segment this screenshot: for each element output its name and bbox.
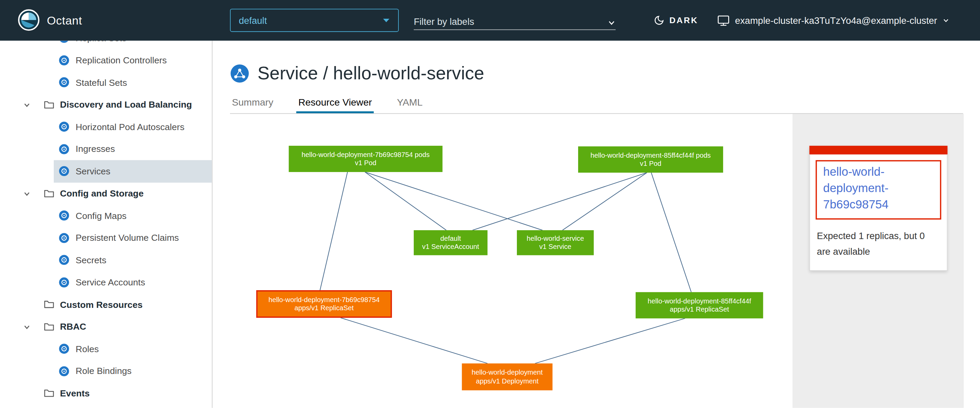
app-title: Octant xyxy=(47,0,82,40)
selected-node-outline: hello-world-deployment-7b69c98754 xyxy=(816,160,941,219)
chevron-down-icon xyxy=(943,17,950,24)
namespace-value: default xyxy=(239,15,382,26)
k8s-resource-icon xyxy=(59,366,69,376)
folder-icon xyxy=(44,300,54,309)
k8s-resource-icon xyxy=(59,55,69,65)
k8s-resource-icon xyxy=(59,166,69,177)
folder-icon xyxy=(44,389,54,398)
theme-toggle[interactable]: DARK xyxy=(654,0,698,40)
octant-logo-icon xyxy=(18,9,40,31)
service-resource-icon xyxy=(230,63,250,83)
sidebar-item-config-maps[interactable]: Config Maps xyxy=(0,205,212,227)
graph-node-label: v1 Pod xyxy=(355,159,376,167)
graph-edge xyxy=(340,318,488,363)
replica-status-message: Expected 1 replicas, but 0 are available xyxy=(816,228,941,259)
cluster-icon xyxy=(718,14,730,26)
folder-icon xyxy=(44,100,54,109)
sidebar-item-events[interactable]: Events xyxy=(0,382,212,404)
graph-node-label: v1 Pod xyxy=(640,159,662,168)
graph-node-replicaset-7b69c98754[interactable]: hello-world-deployment-7b69c98754apps/v1… xyxy=(256,290,392,318)
context-label: example-cluster-ka3TuTzYo4a@example-clus… xyxy=(735,15,937,26)
graph-node-label: hello-world-deployment-85ff4cf44f pods xyxy=(590,151,711,160)
graph-edge xyxy=(651,173,692,292)
sidebar-item-discovery-and-load-balancing[interactable]: Discovery and Load Balancing xyxy=(0,94,212,116)
graph-node-label: hello-world-service xyxy=(527,234,584,243)
chevron-down-icon[interactable] xyxy=(23,190,30,197)
sidebar-item-ingresses[interactable]: Ingresses xyxy=(0,138,212,160)
namespace-select[interactable]: default xyxy=(230,9,399,32)
tab-resource-viewer[interactable]: Resource Viewer xyxy=(296,93,374,113)
k8s-resource-icon xyxy=(59,77,69,88)
k8s-resource-icon xyxy=(59,121,69,132)
label-filter xyxy=(414,11,616,30)
selected-node-link[interactable]: hello-world-deployment-7b69c98754 xyxy=(823,164,934,212)
theme-toggle-label: DARK xyxy=(669,16,698,25)
graph-node-service-hello-world-service[interactable]: hello-world-servicev1 Service xyxy=(517,230,594,255)
graph-node-pod-85ff4cf44f[interactable]: hello-world-deployment-85ff4cf44f podsv1… xyxy=(578,147,723,173)
selected-node-card: hello-world-deployment-7b69c98754 Expect… xyxy=(810,146,948,271)
danger-status-bar xyxy=(810,146,948,155)
sidebar-item-replication-controllers[interactable]: Replication Controllers xyxy=(0,49,212,71)
selected-node-card-body: hello-world-deployment-7b69c98754 Expect… xyxy=(810,155,948,271)
k8s-resource-icon xyxy=(59,255,69,265)
graph-node-label: apps/v1 Deployment xyxy=(476,377,538,386)
graph-node-pod-7b69c98754[interactable]: hello-world-deployment-7b69c98754 podsv1… xyxy=(289,146,443,172)
tab-yaml[interactable]: YAML xyxy=(395,93,424,113)
chevron-down-icon[interactable] xyxy=(23,323,30,331)
graph-node-label: hello-world-deployment-85ff4cf44f xyxy=(648,297,751,306)
tab-divider xyxy=(230,113,963,114)
k8s-resource-icon xyxy=(59,210,69,221)
graph-node-label: apps/v1 ReplicaSet xyxy=(294,304,353,312)
sidebar-item-custom-resources[interactable]: Custom Resources xyxy=(0,293,212,316)
sidebar-item-service-accounts[interactable]: Service Accounts xyxy=(0,271,212,293)
graph-edge xyxy=(563,173,647,230)
sidebar: Replica Sets Replication Controllers Sta… xyxy=(0,40,212,408)
k8s-resource-icon xyxy=(59,144,69,154)
chevron-down-icon[interactable] xyxy=(23,101,30,108)
app-header: Octant default DARK example-cluster-ka3T… xyxy=(0,0,980,40)
sidebar-item-secrets[interactable]: Secrets xyxy=(0,249,212,271)
graph-node-label: v1 Service xyxy=(539,243,571,251)
sidebar-item-replica-sets[interactable]: Replica Sets xyxy=(0,40,212,49)
caret-down-icon xyxy=(382,18,390,23)
graph-node-label: v1 ServiceAccount xyxy=(422,243,479,251)
graph-node-label: hello-world-deployment-7b69c98754 xyxy=(269,296,380,304)
sidebar-item-stateful-sets[interactable]: Stateful Sets xyxy=(0,71,212,93)
folder-icon xyxy=(44,189,54,198)
k8s-resource-icon xyxy=(59,40,69,43)
graph-node-label: hello-world-deployment xyxy=(472,368,543,377)
graph-node-deployment-hello-world-deployment[interactable]: hello-world-deploymentapps/v1 Deployment xyxy=(462,363,552,390)
graph-edge xyxy=(535,319,685,363)
page-title: Service / hello-world-service xyxy=(258,63,484,84)
sidebar-item-services[interactable]: Services xyxy=(0,160,212,182)
sidebar-item-role-bindings[interactable]: Role Bindings xyxy=(0,360,212,382)
context-switcher[interactable]: example-cluster-ka3TuTzYo4a@example-clus… xyxy=(718,0,950,40)
graph-edge xyxy=(320,172,347,290)
page-title-block: Service / hello-world-service xyxy=(230,63,484,84)
graph-edge xyxy=(365,172,543,230)
sidebar-item-config-and-storage[interactable]: Config and Storage xyxy=(0,182,212,204)
sidebar-nav: Replica Sets Replication Controllers Sta… xyxy=(0,40,212,404)
tab-bar: Summary Resource Viewer YAML xyxy=(230,93,424,113)
sidebar-item-roles[interactable]: Roles xyxy=(0,338,212,360)
graph-node-label: default xyxy=(440,234,461,243)
label-filter-input[interactable] xyxy=(414,16,608,27)
sidebar-item-persistent-volume-claims[interactable]: Persistent Volume Claims xyxy=(0,227,212,249)
sidebar-item-rbac[interactable]: RBAC xyxy=(0,316,212,338)
chevron-down-icon[interactable] xyxy=(608,19,616,27)
k8s-resource-icon xyxy=(59,277,69,287)
sidebar-item-horizontal-pod-autoscalers[interactable]: Horizontal Pod Autoscalers xyxy=(0,116,212,138)
tab-summary[interactable]: Summary xyxy=(230,93,275,113)
graph-node-serviceaccount-default[interactable]: defaultv1 ServiceAccount xyxy=(414,230,488,255)
octant-app: Octant default DARK example-cluster-ka3T… xyxy=(0,0,980,408)
k8s-resource-icon xyxy=(59,233,69,243)
graph-edge xyxy=(473,173,647,230)
resource-detail-panel: hello-world-deployment-7b69c98754 Expect… xyxy=(792,114,964,408)
graph-node-label: apps/v1 ReplicaSet xyxy=(670,305,729,314)
graph-node-label: hello-world-deployment-7b69c98754 pods xyxy=(301,151,430,159)
graph-edge xyxy=(365,172,447,230)
moon-icon xyxy=(654,15,664,26)
folder-icon xyxy=(44,322,54,332)
graph-node-replicaset-85ff4cf44f[interactable]: hello-world-deployment-85ff4cf44fapps/v1… xyxy=(636,292,763,319)
k8s-resource-icon xyxy=(59,344,69,354)
